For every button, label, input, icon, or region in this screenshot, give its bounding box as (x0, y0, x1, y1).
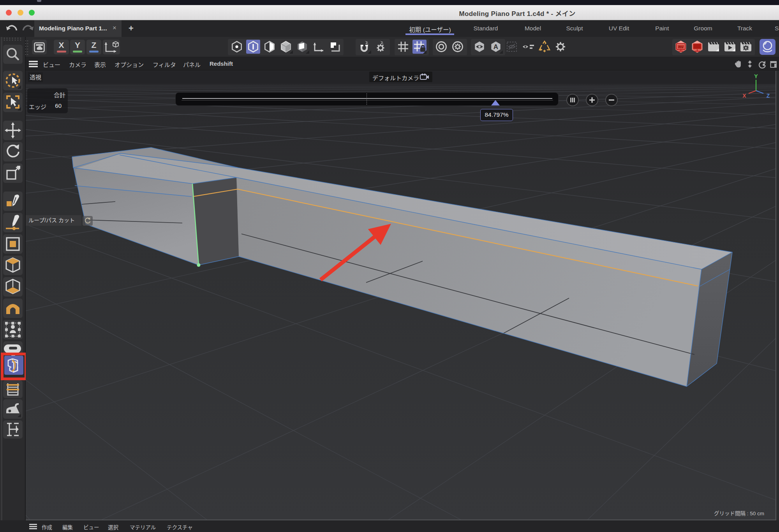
svg-text:X: X (742, 93, 746, 99)
svg-text:Z: Z (767, 93, 770, 99)
svg-text:Y: Y (754, 73, 758, 79)
